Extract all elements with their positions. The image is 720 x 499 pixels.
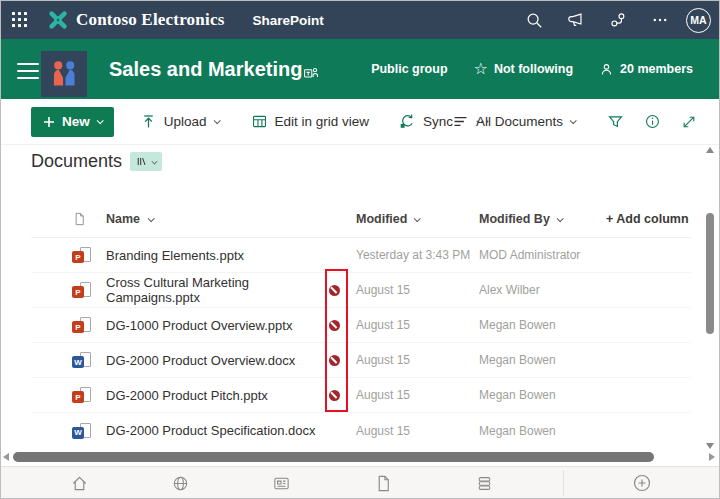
modified-date: August 15	[349, 353, 472, 367]
plus-icon	[43, 116, 55, 128]
modified-date: August 15	[349, 424, 472, 438]
blocked-icon	[329, 320, 340, 331]
chevron-down-icon	[557, 215, 564, 222]
waffle-icon	[12, 12, 28, 28]
chevron-down-icon	[213, 117, 220, 124]
brand-name: Contoso Electronics	[76, 10, 224, 30]
books-icon	[135, 155, 148, 168]
file-type-column-icon	[72, 211, 87, 227]
site-title[interactable]: Sales and Marketing	[109, 58, 302, 81]
modified-by: Megan Bowen	[472, 353, 599, 367]
fullscreen-button[interactable]	[677, 108, 701, 136]
sites-button[interactable]	[167, 469, 195, 497]
office-top-bar: Contoso Electronics SharePoint MA	[1, 1, 719, 39]
table-row[interactable]: W DG-2000 Product Overview.docx August 1…	[31, 343, 691, 378]
table-row[interactable]: P Cross Cultural Marketing Campaigns.ppt…	[31, 273, 691, 308]
view-selector[interactable]: All Documents	[448, 107, 579, 136]
search-button[interactable]	[518, 4, 550, 36]
vertical-scroll-thumb[interactable]	[706, 213, 714, 334]
library-button[interactable]	[470, 469, 498, 497]
news-button[interactable]	[268, 469, 296, 497]
library-title: Documents	[31, 151, 122, 172]
sync-icon	[399, 113, 416, 130]
members-button[interactable]: 20 members	[599, 62, 693, 77]
scroll-right-arrow[interactable]	[709, 453, 715, 461]
horizontal-scroll-thumb[interactable]	[13, 452, 654, 462]
search-icon	[525, 11, 543, 29]
powerpoint-file-icon: P	[72, 247, 91, 263]
chevron-down-icon	[148, 215, 155, 222]
table-row[interactable]: W DG-2000 Product Specification.docx Aug…	[31, 413, 691, 448]
file-name: DG-2000 Product Overview.docx	[106, 353, 319, 368]
chevron-down-icon	[414, 215, 421, 222]
column-header-name[interactable]: Name	[106, 212, 319, 226]
file-name: Cross Cultural Marketing Campaigns.pptx	[106, 275, 319, 305]
home-button[interactable]	[66, 469, 94, 497]
new-button[interactable]: New	[31, 107, 114, 137]
edit-grid-view-button[interactable]: Edit in grid view	[247, 107, 374, 136]
follow-button[interactable]: ☆ Not following	[474, 61, 574, 77]
megaphone-icon	[567, 11, 585, 29]
filter-button[interactable]	[603, 107, 628, 136]
more-options-button[interactable]	[644, 4, 676, 36]
mobile-nav-footer	[1, 466, 719, 499]
modified-date: August 15	[349, 388, 472, 402]
column-header-modified-by[interactable]: Modified By	[472, 212, 599, 226]
powerpoint-file-icon: P	[72, 387, 91, 403]
documents-button[interactable]	[369, 469, 397, 497]
modified-date: Yesterday at 3:43 PM	[349, 248, 472, 262]
powerpoint-file-icon: P	[72, 317, 91, 333]
table-row[interactable]: P DG-2000 Product Pitch.pptx August 15 M…	[31, 378, 691, 413]
share-icon	[609, 11, 627, 29]
table-header-row: Name Modified Modified By + Add column	[31, 201, 691, 238]
column-header-modified[interactable]: Modified	[349, 212, 472, 226]
modified-by: Megan Bowen	[472, 318, 599, 332]
plus-circle-icon	[632, 473, 652, 493]
expand-icon	[681, 114, 697, 130]
blocked-icon	[329, 355, 340, 366]
teams-icon	[303, 65, 319, 81]
nav-menu-button[interactable]	[17, 63, 39, 79]
word-file-icon: W	[72, 352, 91, 368]
document-list: Name Modified Modified By + Add column P…	[31, 201, 691, 448]
brand-home-link[interactable]: Contoso Electronics	[47, 9, 224, 31]
site-header: Sales and Marketing Public group ☆ Not f…	[1, 39, 719, 99]
site-logo[interactable]	[41, 51, 87, 97]
table-row[interactable]: P DG-1000 Product Overview.pptx August 1…	[31, 308, 691, 343]
scroll-up-arrow[interactable]	[706, 147, 714, 153]
announcements-button[interactable]	[560, 4, 592, 36]
upload-button[interactable]: Upload	[136, 107, 223, 136]
view-style-badge[interactable]	[130, 152, 162, 171]
filter-funnel-icon	[607, 113, 624, 130]
chevron-down-icon	[152, 158, 158, 164]
horizontal-scrollbar[interactable]	[1, 450, 719, 464]
contoso-logo-icon	[47, 9, 69, 31]
page-icon	[374, 474, 393, 493]
app-launcher-button[interactable]	[1, 1, 39, 39]
create-button[interactable]	[628, 469, 656, 497]
command-bar: New Upload Edit in grid view Sync All Do…	[1, 99, 719, 145]
connections-button[interactable]	[602, 4, 634, 36]
modified-by: Alex Wilber	[472, 283, 599, 297]
globe-icon	[171, 474, 190, 493]
people-logo-icon	[41, 51, 87, 97]
privacy-label: Public group	[371, 62, 447, 76]
account-avatar[interactable]: MA	[686, 8, 711, 33]
modified-by: Megan Bowen	[472, 424, 599, 438]
person-icon	[599, 62, 614, 77]
details-info-button[interactable]	[640, 107, 665, 136]
table-row[interactable]: P Branding Elements.pptx Yesterday at 3:…	[31, 238, 691, 273]
scroll-left-arrow[interactable]	[3, 453, 9, 461]
file-name: Branding Elements.pptx	[106, 248, 319, 263]
modified-by: MOD Administrator	[472, 248, 599, 262]
vertical-scrollbar[interactable]	[704, 147, 716, 449]
add-column-button[interactable]: + Add column	[599, 212, 691, 226]
file-name: DG-2000 Product Specification.docx	[106, 423, 319, 438]
blocked-icon	[329, 390, 340, 401]
sharepoint-home-link[interactable]: SharePoint	[252, 13, 323, 28]
upload-icon	[140, 113, 157, 130]
scroll-down-arrow[interactable]	[706, 443, 714, 449]
library-stack-icon	[475, 474, 494, 493]
chevron-down-icon	[570, 117, 577, 124]
powerpoint-file-icon: P	[72, 282, 91, 298]
